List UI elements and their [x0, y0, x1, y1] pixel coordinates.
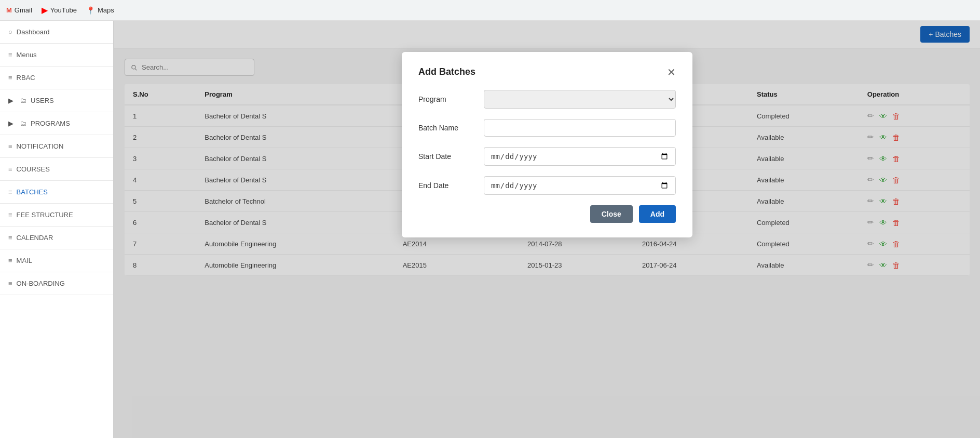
calendar-icon: ≡ [8, 234, 12, 242]
content-area: + Batches S.No Program Batch Name Start … [114, 21, 980, 438]
sidebar-item-mail[interactable]: ≡ MAIL [0, 249, 113, 272]
rbac-icon: ≡ [8, 74, 12, 82]
modal-header: Add Batches ✕ [418, 67, 676, 77]
app-container: ○ Dashboard ≡ Menus ≡ RBAC ▶ 🗂 USERS ▶ 🗂… [0, 21, 980, 438]
sidebar-label-programs: PROGRAMS [31, 120, 70, 127]
sidebar: ○ Dashboard ≡ Menus ≡ RBAC ▶ 🗂 USERS ▶ 🗂… [0, 21, 114, 438]
browser-bar: M Gmail ▶ YouTube 📍 Maps [0, 0, 980, 21]
dashboard-icon: ○ [8, 28, 12, 36]
sidebar-item-programs[interactable]: ▶ 🗂 PROGRAMS [0, 112, 113, 135]
youtube-tab[interactable]: ▶ YouTube [42, 5, 77, 15]
sidebar-item-dashboard[interactable]: ○ Dashboard [0, 21, 113, 44]
menus-icon: ≡ [8, 51, 12, 59]
end-date-input[interactable] [484, 176, 676, 195]
modal-close-button[interactable]: ✕ [667, 67, 676, 77]
sidebar-item-menus[interactable]: ≡ Menus [0, 44, 113, 67]
programs-icon: 🗂 [20, 120, 26, 127]
maps-label: Maps [98, 6, 114, 14]
programs-expand-icon: ▶ [8, 120, 13, 127]
start-date-label: Start Date [418, 152, 475, 161]
sidebar-label-notification: NOTIFICATION [17, 142, 64, 150]
sidebar-item-rbac[interactable]: ≡ RBAC [0, 67, 113, 89]
notification-icon: ≡ [8, 142, 12, 150]
gmail-tab[interactable]: M Gmail [6, 6, 32, 14]
end-date-label: End Date [418, 181, 475, 190]
sidebar-item-onboarding[interactable]: ≡ ON-BOARDING [0, 272, 113, 295]
sidebar-label-dashboard: Dashboard [17, 28, 50, 36]
sidebar-item-fee-structure[interactable]: ≡ FEE STRUCTURE [0, 204, 113, 227]
sidebar-label-batches: BATCHES [17, 188, 48, 196]
sidebar-item-batches[interactable]: ≡ BATCHES [0, 181, 113, 204]
batch-name-label: Batch Name [418, 124, 475, 132]
sidebar-item-calendar[interactable]: ≡ CALENDAR [0, 227, 113, 249]
sidebar-label-menus: Menus [17, 51, 37, 59]
close-button[interactable]: Close [590, 205, 633, 223]
sidebar-label-mail: MAIL [17, 257, 32, 264]
form-group-program: Program [418, 90, 676, 109]
gmail-icon: M [6, 6, 12, 14]
sidebar-label-calendar: CALENDAR [17, 234, 53, 242]
batch-name-input[interactable] [484, 119, 676, 137]
sidebar-label-courses: COURSES [17, 165, 50, 173]
batches-icon: ≡ [8, 188, 12, 196]
sidebar-item-users[interactable]: ▶ 🗂 USERS [0, 89, 113, 112]
modal-title: Add Batches [418, 67, 475, 77]
youtube-icon: ▶ [42, 5, 48, 15]
mail-icon: ≡ [8, 257, 12, 264]
youtube-label: YouTube [50, 6, 77, 14]
sidebar-label-onboarding: ON-BOARDING [17, 280, 65, 287]
users-expand-icon: ▶ [8, 97, 13, 104]
program-label: Program [418, 95, 475, 103]
add-button[interactable]: Add [639, 205, 676, 223]
sidebar-item-courses[interactable]: ≡ COURSES [0, 158, 113, 181]
program-select[interactable] [484, 90, 676, 109]
sidebar-label-users: USERS [31, 97, 54, 104]
maps-tab[interactable]: 📍 Maps [86, 6, 114, 15]
sidebar-item-notification[interactable]: ≡ NOTIFICATION [0, 135, 113, 158]
form-group-end-date: End Date [418, 176, 676, 195]
maps-icon: 📍 [86, 6, 95, 15]
users-icon: 🗂 [20, 97, 26, 104]
form-group-start-date: Start Date [418, 147, 676, 166]
form-group-batch-name: Batch Name [418, 119, 676, 137]
sidebar-label-rbac: RBAC [17, 74, 35, 82]
fee-structure-icon: ≡ [8, 211, 12, 219]
courses-icon: ≡ [8, 165, 12, 173]
gmail-label: Gmail [15, 6, 32, 14]
onboarding-icon: ≡ [8, 280, 12, 287]
sidebar-label-fee-structure: FEE STRUCTURE [17, 211, 73, 219]
modal-overlay: Add Batches ✕ Program Batch Name Start D… [114, 21, 980, 438]
modal-footer: Close Add [418, 205, 676, 223]
add-batches-modal: Add Batches ✕ Program Batch Name Start D… [402, 52, 692, 237]
start-date-input[interactable] [484, 147, 676, 166]
